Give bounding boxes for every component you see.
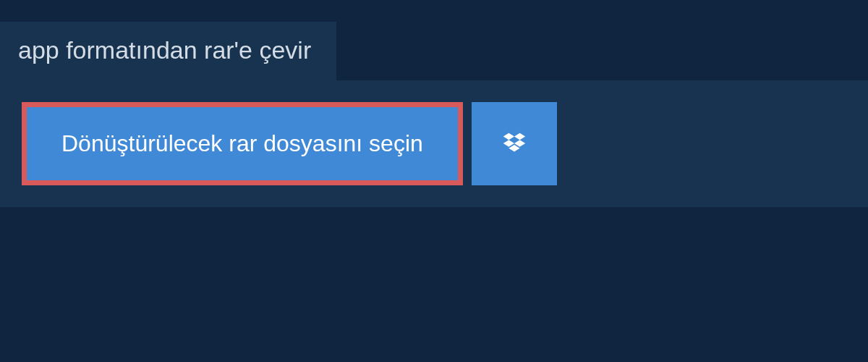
page-title: app formatından rar'e çevir [18, 36, 311, 64]
upload-panel: Dönüştürülecek rar dosyasını seçin [0, 80, 868, 207]
header-tab: app formatından rar'e çevir [0, 22, 336, 80]
select-file-button[interactable]: Dönüştürülecek rar dosyasını seçin [22, 102, 463, 185]
dropbox-button[interactable] [472, 102, 557, 185]
select-file-button-label: Dönüştürülecek rar dosyasını seçin [61, 130, 423, 157]
dropbox-icon [501, 130, 528, 158]
